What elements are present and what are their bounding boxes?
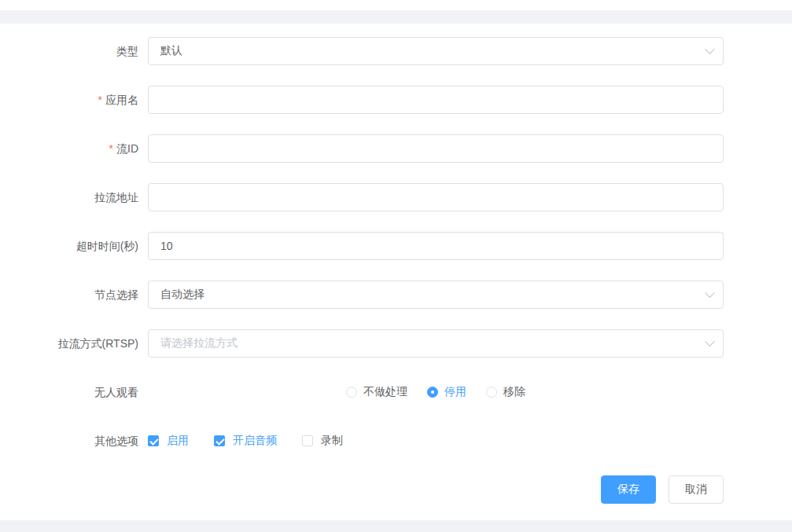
required-asterisk: * (109, 142, 113, 155)
checkbox-checked-icon (214, 435, 225, 446)
field-label-text: 无人观看 (94, 386, 138, 398)
pull-url-label: 拉流地址 (0, 183, 138, 211)
radio-label: 不做处理 (363, 385, 407, 399)
radio-disable[interactable]: 停用 (427, 385, 466, 399)
stream-id-input[interactable] (148, 134, 724, 163)
field-label-text: 类型 (116, 45, 138, 57)
field-label-text: 其他选项 (94, 435, 138, 447)
radio-icon (486, 387, 497, 398)
form-row-node-select: 节点选择 自动选择 (0, 281, 792, 309)
save-button[interactable]: 保存 (601, 475, 656, 504)
node-select-value: 自动选择 (160, 288, 204, 302)
field-label-text: 应用名 (105, 94, 138, 106)
checkbox-record[interactable]: 录制 (302, 434, 343, 448)
form-row-timeout: 超时时间(秒) (0, 232, 792, 260)
required-asterisk: * (98, 94, 102, 106)
other-options-checkbox-group: 启用 开启音频 录制 (148, 427, 724, 455)
radio-remove[interactable]: 移除 (486, 385, 525, 399)
no-viewer-label: 无人观看 (0, 378, 138, 406)
type-label: 类型 (0, 37, 138, 65)
checkbox-unchecked-icon (302, 435, 313, 446)
app-name-input[interactable] (148, 86, 724, 114)
radio-checked-icon (427, 387, 438, 398)
pull-mode-rtsp-label: 拉流方式(RTSP) (0, 329, 138, 358)
timeout-label: 超时时间(秒) (0, 232, 138, 260)
node-select[interactable]: 自动选择 (148, 281, 724, 309)
chevron-down-icon (705, 288, 715, 298)
cancel-button[interactable]: 取消 (669, 475, 724, 504)
field-label-text: 拉流方式(RTSP) (58, 337, 138, 350)
other-options-label: 其他选项 (0, 427, 138, 455)
pull-mode-rtsp-placeholder: 请选择拉流方式 (160, 336, 238, 350)
stream-id-label: *流ID (0, 134, 138, 163)
radio-icon (346, 387, 357, 398)
radio-label: 移除 (503, 385, 525, 399)
radio-label: 停用 (444, 385, 466, 399)
form-row-no-viewer: 无人观看 不做处理 停用 移除 (0, 378, 792, 406)
stream-config-form: 类型 默认 *应用名 *流ID 拉流地址 超时时间(秒) (0, 37, 792, 524)
page-background-band-top (0, 10, 792, 24)
type-select-value: 默认 (160, 44, 182, 58)
checkbox-enable[interactable]: 启用 (148, 434, 189, 448)
type-select[interactable]: 默认 (148, 37, 724, 65)
form-row-type: 类型 默认 (0, 37, 792, 65)
node-select-label: 节点选择 (0, 281, 138, 309)
chevron-down-icon (705, 44, 715, 54)
form-row-stream-id: *流ID (0, 134, 792, 163)
actions-bar: 保存 取消 (148, 475, 724, 504)
pull-url-input[interactable] (148, 183, 724, 211)
checkbox-label: 录制 (321, 434, 343, 448)
app-name-label: *应用名 (0, 86, 138, 114)
form-row-pull-mode-rtsp: 拉流方式(RTSP) 请选择拉流方式 (0, 329, 792, 358)
form-row-app-name: *应用名 (0, 86, 792, 114)
no-viewer-radio-group: 不做处理 停用 移除 (148, 378, 724, 406)
form-row-pull-url: 拉流地址 (0, 183, 792, 211)
field-label-text: 拉流地址 (94, 191, 138, 204)
field-label-text: 超时时间(秒) (76, 240, 138, 252)
checkbox-audio[interactable]: 开启音频 (214, 434, 277, 448)
radio-no-action[interactable]: 不做处理 (346, 385, 407, 399)
form-row-other-options: 其他选项 启用 开启音频 录制 (0, 427, 792, 455)
form-row-actions: 保存 取消 (0, 475, 792, 504)
pull-mode-rtsp-select[interactable]: 请选择拉流方式 (148, 329, 724, 358)
chevron-down-icon (705, 336, 715, 347)
field-label-text: 流ID (116, 142, 138, 155)
checkbox-label: 启用 (167, 434, 189, 448)
field-label-text: 节点选择 (94, 288, 138, 301)
checkbox-label: 开启音频 (233, 434, 277, 448)
timeout-input[interactable] (148, 232, 724, 260)
checkbox-checked-icon (148, 435, 159, 446)
